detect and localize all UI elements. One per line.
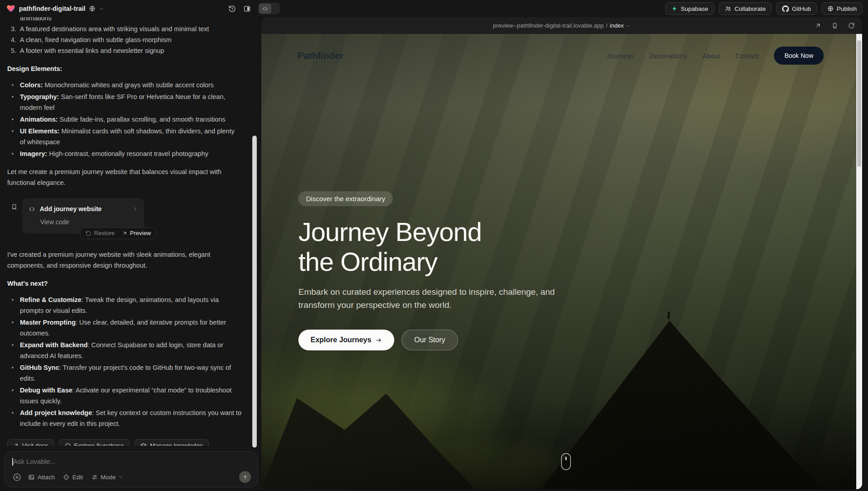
send-button[interactable] bbox=[239, 471, 251, 483]
github-button[interactable]: GitHub bbox=[776, 2, 817, 15]
bookmark-icon[interactable] bbox=[11, 203, 18, 210]
visit-docs-chip[interactable]: Visit docs bbox=[7, 439, 54, 446]
assistant-paragraph: I've created a premium journey website w… bbox=[7, 249, 241, 271]
chevron-down-icon bbox=[626, 24, 631, 28]
hero-subheading: Embark on curated experiences designed t… bbox=[298, 286, 574, 312]
nav-link-journeys[interactable]: Journeys bbox=[607, 52, 634, 60]
arrow-right-icon bbox=[375, 337, 382, 344]
list-item: Master Prompting: Use clear, detailed, a… bbox=[7, 317, 241, 339]
edit-button[interactable]: Edit bbox=[63, 474, 83, 481]
preview-panel: preview--pathfinder-digital-trail.lovabl… bbox=[261, 17, 862, 489]
next-steps-list: Refine & Customize: Tweak the design, an… bbox=[7, 294, 241, 429]
code-change-block: Add journey website View code Restore Pr… bbox=[11, 198, 241, 234]
open-external-icon[interactable] bbox=[815, 22, 821, 29]
refresh-icon[interactable] bbox=[848, 22, 855, 29]
clipped-list-line: animations bbox=[20, 17, 241, 24]
preview-button[interactable]: Preview bbox=[122, 228, 151, 239]
list-item: 4.A clean, fixed navigation with subtle … bbox=[7, 34, 241, 45]
list-item: Typography: San-serif fonts like SF Pro … bbox=[7, 91, 241, 113]
manage-knowledge-chip[interactable]: Manage knowledge bbox=[134, 439, 209, 446]
composer-toolbar: Attach Edit Mode bbox=[12, 471, 251, 483]
list-item: UI Elements: Minimalist cards with soft … bbox=[7, 126, 241, 147]
code-view-toggle[interactable] bbox=[258, 3, 280, 14]
site-navbar: Pathfinder Journeys Destinations About C… bbox=[297, 47, 824, 65]
chat-panel: animations 3.A featured destinations are… bbox=[0, 17, 259, 491]
chat-scrollbar-thumb[interactable] bbox=[252, 136, 257, 448]
preview-url-page: index bbox=[610, 22, 624, 29]
preview-actions bbox=[815, 17, 855, 34]
app-topbar: pathfinder-digital-trail Supabase Collab… bbox=[0, 0, 868, 17]
chat-message-area: animations 3.A featured destinations are… bbox=[0, 17, 259, 446]
panel-layout-icon[interactable] bbox=[243, 5, 251, 13]
hero-heading: Journey Beyond the Ordinary bbox=[298, 217, 588, 277]
mode-selector[interactable]: Mode bbox=[91, 474, 123, 481]
list-item: Imagery: High-contrast, emotionally reso… bbox=[7, 148, 241, 159]
add-button[interactable] bbox=[12, 472, 22, 482]
card-title: Add journey website bbox=[40, 203, 127, 214]
lovable-heart-logo-icon bbox=[6, 4, 15, 13]
attach-button[interactable]: Attach bbox=[28, 474, 55, 481]
restore-preview-toolbar: Restore Preview bbox=[80, 227, 156, 239]
list-item: Expand with Backend: Connect Supabase to… bbox=[7, 340, 241, 361]
publish-globe-icon bbox=[827, 5, 834, 12]
hero-badge: Discover the extraordinary bbox=[298, 191, 393, 206]
list-item: 3.A featured destinations area with stri… bbox=[7, 24, 241, 34]
people-icon bbox=[725, 5, 731, 12]
site-viewport: Pathfinder Journeys Destinations About C… bbox=[261, 34, 862, 489]
preview-url-bar[interactable]: preview--pathfinder-digital-trail.lovabl… bbox=[493, 17, 631, 34]
chat-composer[interactable]: Attach Edit Mode bbox=[5, 451, 258, 487]
suggestion-chips: Visit docs Explore Supabase Manage knowl… bbox=[7, 439, 241, 446]
whats-next-heading: What's next? bbox=[7, 278, 241, 289]
mobile-view-icon[interactable] bbox=[831, 22, 838, 29]
add-journey-website-card[interactable]: Add journey website View code Restore Pr… bbox=[22, 198, 144, 234]
hiker-silhouette bbox=[668, 314, 670, 319]
arrow-up-right-icon bbox=[13, 443, 19, 446]
preview-header: preview--pathfinder-digital-trail.lovabl… bbox=[261, 17, 862, 34]
arrow-up-right-icon bbox=[122, 231, 127, 236]
chevron-right-icon bbox=[132, 206, 138, 212]
site-nav-links: Journeys Destinations About Contact bbox=[607, 52, 759, 60]
nav-link-destinations[interactable]: Destinations bbox=[650, 52, 687, 60]
design-bullet-list: Colors: Monochromatic whites and grays w… bbox=[7, 80, 241, 159]
publish-button[interactable]: Publish bbox=[821, 2, 863, 15]
view-controls bbox=[228, 0, 280, 17]
code-icon bbox=[28, 206, 35, 212]
hero-content: Discover the extraordinary Journey Beyon… bbox=[298, 191, 588, 350]
restore-icon bbox=[85, 231, 91, 236]
preview-url-domain: preview--pathfinder-digital-trail.lovabl… bbox=[493, 22, 604, 29]
supabase-button[interactable]: Supabase bbox=[665, 2, 714, 15]
project-name: pathfinder-digital-trail bbox=[19, 5, 85, 12]
chevron-down-icon bbox=[118, 475, 123, 479]
collaborate-button[interactable]: Collaborate bbox=[719, 2, 772, 15]
code-icon bbox=[259, 4, 271, 14]
project-menu[interactable]: pathfinder-digital-trail bbox=[0, 4, 104, 13]
hero-image: Pathfinder Journeys Destinations About C… bbox=[261, 34, 856, 489]
topbar-actions: Supabase Collaborate GitHub Publish bbox=[665, 0, 863, 17]
text-caret bbox=[12, 458, 13, 466]
github-icon bbox=[782, 5, 789, 12]
list-item: GitHub Sync: Transfer your project's cod… bbox=[7, 362, 241, 384]
scroll-mouse-indicator bbox=[561, 453, 571, 470]
preview-url-separator: / bbox=[606, 22, 608, 29]
explore-journeys-button[interactable]: Explore Journeys bbox=[298, 330, 394, 350]
nav-link-contact[interactable]: Contact bbox=[735, 52, 759, 60]
restore-button[interactable]: Restore bbox=[85, 228, 115, 239]
supabase-bolt-icon bbox=[671, 5, 678, 12]
globe-status-icon bbox=[89, 5, 95, 12]
list-item: 5.A footer with essential links and news… bbox=[7, 45, 241, 56]
site-scrollbar-thumb[interactable] bbox=[857, 40, 861, 167]
ask-lovable-input[interactable] bbox=[12, 458, 251, 465]
our-story-button[interactable]: Our Story bbox=[401, 330, 458, 350]
explore-supabase-chip[interactable]: Explore Supabase bbox=[59, 439, 130, 446]
hero-cta-row: Explore Journeys Our Story bbox=[298, 330, 588, 350]
history-icon[interactable] bbox=[228, 5, 236, 13]
view-code-link[interactable]: View code bbox=[40, 217, 138, 227]
list-item: Refine & Customize: Tweak the design, an… bbox=[7, 294, 241, 316]
site-logo[interactable]: Pathfinder bbox=[297, 50, 344, 61]
book-now-button[interactable]: Book Now bbox=[774, 47, 824, 65]
site-scrollbar-track[interactable] bbox=[856, 34, 862, 489]
sliders-icon bbox=[91, 474, 98, 481]
graduation-cap-icon bbox=[140, 442, 147, 446]
nav-link-about[interactable]: About bbox=[702, 52, 720, 60]
list-item: Add project knowledge: Set key context o… bbox=[7, 407, 241, 429]
